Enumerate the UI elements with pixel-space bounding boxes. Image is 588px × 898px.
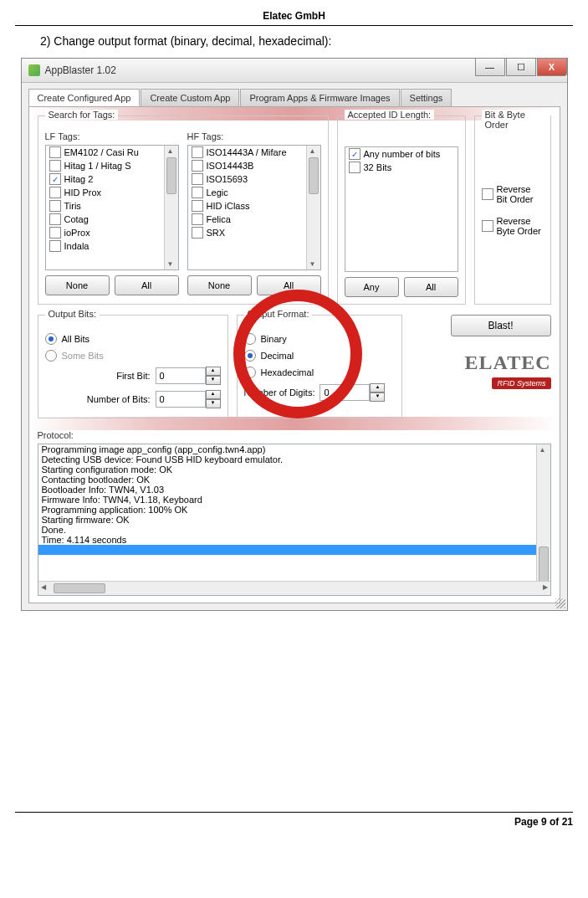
scrollbar[interactable] [536, 444, 550, 595]
up-icon[interactable]: ▲ [206, 367, 221, 376]
list-item-label: HID iClass [207, 201, 250, 211]
protocol-selection[interactable] [38, 545, 550, 555]
decimal-row[interactable]: Decimal [244, 347, 395, 364]
list-item[interactable]: Felica [188, 213, 320, 226]
titlebar[interactable]: AppBlaster 1.02 — ☐ X [22, 59, 567, 83]
lf-all-button[interactable]: All [115, 275, 179, 295]
accepted-list[interactable]: ✓Any number of bits32 Bits [345, 146, 458, 272]
reverse-bit-label: Reverse Bit Order [497, 184, 544, 204]
radio-icon[interactable] [244, 367, 256, 378]
list-item[interactable]: Legic [188, 186, 320, 199]
tab-program-apps[interactable]: Program Apps & Firmware Images [240, 89, 399, 107]
lf-tags-label: LF Tags: [45, 131, 179, 141]
list-item[interactable]: HID iClass [188, 199, 320, 213]
up-icon[interactable]: ▲ [370, 383, 385, 393]
checkbox-icon[interactable] [49, 213, 61, 225]
checkbox-icon[interactable] [192, 173, 203, 185]
list-item[interactable]: SRX [188, 226, 320, 239]
hf-tags-list[interactable]: ISO14443A / MifareISO14443BISO15693Legic… [187, 145, 321, 270]
protocol-box[interactable]: Programming image app_config (app_config… [38, 444, 551, 596]
all-bits-row[interactable]: All Bits [45, 331, 221, 347]
checkbox-icon[interactable] [192, 146, 203, 158]
checkbox-icon[interactable]: ✓ [349, 148, 360, 160]
tab-create-custom-app[interactable]: Create Custom App [141, 89, 239, 107]
num-digits-spinner[interactable]: ▲▼ [320, 383, 385, 402]
list-item[interactable]: ✓Hitag 2 [46, 172, 178, 186]
checkbox-icon[interactable] [49, 146, 61, 158]
hf-none-button[interactable]: None [187, 275, 252, 295]
hf-all-button[interactable]: All [257, 275, 321, 295]
list-item-label: ISO15693 [207, 174, 248, 184]
checkbox-icon[interactable] [192, 213, 203, 225]
resize-grip[interactable] [555, 598, 565, 608]
tab-create-configured-app[interactable]: Create Configured App [28, 89, 141, 107]
window-title: AppBlaster 1.02 [45, 64, 116, 76]
list-item[interactable]: 32 Bits [345, 161, 458, 174]
checkbox-icon[interactable] [482, 188, 493, 200]
list-item[interactable]: EM4102 / Casi Ru [46, 146, 178, 159]
num-bits-input[interactable] [156, 391, 206, 408]
accepted-any-button[interactable]: Any [345, 277, 399, 297]
checkbox-icon[interactable] [49, 240, 61, 252]
first-bit-spinner[interactable]: ▲▼ [156, 367, 221, 385]
checkbox-icon[interactable] [192, 187, 203, 198]
list-item[interactable]: ISO14443B [188, 159, 320, 172]
list-item[interactable]: ioProx [46, 226, 178, 239]
lf-none-button[interactable]: None [45, 275, 110, 295]
h-scrollbar[interactable] [38, 581, 550, 595]
radio-icon[interactable] [45, 333, 57, 345]
checkbox-icon[interactable] [192, 200, 203, 212]
close-button[interactable]: X [537, 59, 567, 76]
accepted-all-button[interactable]: All [404, 277, 458, 297]
num-bits-label: Number of Bits: [87, 394, 151, 404]
checkbox-icon[interactable] [482, 220, 493, 232]
list-item[interactable]: Hitag 1 / Hitag S [46, 159, 178, 172]
checkbox-icon[interactable] [49, 227, 61, 239]
num-bits-spinner[interactable]: ▲▼ [156, 390, 221, 408]
step-text: 2) Change output format (binary, decimal… [40, 34, 573, 48]
checkbox-icon[interactable] [192, 227, 203, 239]
some-bits-row[interactable]: Some Bits [45, 347, 221, 364]
maximize-button[interactable]: ☐ [506, 59, 536, 76]
checkbox-icon[interactable] [192, 160, 203, 172]
scrollbar[interactable] [306, 146, 320, 269]
down-icon[interactable]: ▼ [370, 393, 385, 402]
list-item[interactable]: Cotag [46, 213, 178, 226]
scrollbar[interactable] [164, 146, 178, 269]
num-digits-input[interactable] [320, 384, 370, 401]
list-item[interactable]: ISO15693 [188, 172, 320, 186]
binary-row[interactable]: Binary [244, 331, 395, 347]
checkbox-icon[interactable] [49, 200, 61, 212]
brand-logo: ELATEC RFID Systems [411, 352, 551, 389]
radio-icon[interactable] [244, 333, 256, 345]
list-item[interactable]: ✓Any number of bits [345, 147, 458, 161]
list-item[interactable]: Tiris [46, 199, 178, 213]
blast-button[interactable]: Blast! [451, 315, 551, 336]
hex-row[interactable]: Hexadecimal [244, 364, 395, 381]
down-icon[interactable]: ▼ [206, 376, 221, 385]
checkbox-icon[interactable] [49, 187, 61, 198]
reverse-bit-row[interactable]: Reverse Bit Order [482, 182, 544, 207]
tab-settings[interactable]: Settings [401, 89, 453, 107]
list-item[interactable]: HID Prox [46, 186, 178, 199]
minimize-button[interactable]: — [475, 59, 505, 76]
checkbox-icon[interactable]: ✓ [49, 173, 61, 185]
list-item[interactable]: ISO14443A / Mifare [188, 146, 320, 159]
brand-sub: RFID Systems [492, 377, 550, 389]
checkbox-icon[interactable] [349, 162, 360, 173]
list-item-label: Indala [64, 241, 89, 251]
lf-tags-list[interactable]: EM4102 / Casi RuHitag 1 / Hitag S✓Hitag … [45, 145, 179, 270]
list-item-label: Cotag [64, 214, 89, 224]
checkbox-icon[interactable] [49, 160, 61, 172]
list-item-label: EM4102 / Casi Ru [64, 147, 139, 157]
down-icon[interactable]: ▼ [206, 399, 221, 408]
up-icon[interactable]: ▲ [206, 390, 221, 399]
list-item-label: SRX [207, 228, 226, 238]
reverse-byte-row[interactable]: Reverse Byte Order [482, 213, 544, 239]
list-item[interactable]: Indala [46, 239, 178, 253]
first-bit-input[interactable] [156, 367, 206, 384]
num-digits-label: Number of Digits: [244, 387, 315, 398]
radio-icon[interactable] [244, 350, 256, 362]
radio-icon[interactable] [45, 350, 57, 362]
reverse-byte-label: Reverse Byte Order [497, 216, 544, 236]
